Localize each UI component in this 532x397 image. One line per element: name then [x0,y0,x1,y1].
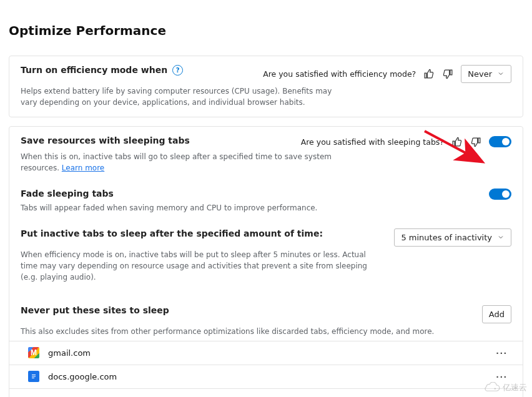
sleep-after-description: When efficiency mode is on, inactive tab… [21,249,374,283]
more-options-button[interactable]: ··· [492,347,511,359]
site-label: docs.google.com [48,372,117,381]
sleeping-tabs-title-text: Save resources with sleeping tabs [21,135,190,145]
gmail-icon: M [28,347,39,358]
watermark-text: 亿速云 [503,382,527,393]
sleep-after-title-text: Put inactive tabs to sleep after the spe… [21,228,323,238]
efficiency-description: Helps extend battery life by saving comp… [21,86,335,108]
thumbs-up-icon[interactable] [450,135,463,149]
sleep-after-value: 5 minutes of inactivity [401,233,492,242]
site-label: gmail.com [48,348,91,358]
chevron-down-icon [497,70,505,77]
svg-rect-1 [32,375,36,375]
efficiency-feedback-question: Are you satisfied with efficiency mode? [263,69,416,79]
info-icon[interactable]: ? [172,65,183,76]
fade-description: Tabs will appear faded when saving memor… [21,202,335,213]
google-docs-icon [28,371,39,382]
learn-more-link[interactable]: Learn more [62,164,104,172]
sleep-after-title: Put inactive tabs to sleep after the spe… [21,228,323,238]
efficiency-title-text: Turn on efficiency mode when [21,65,167,75]
sleeping-tabs-title: Save resources with sleeping tabs [21,135,190,145]
add-button[interactable]: Add [482,305,511,323]
thumbs-down-icon[interactable] [441,67,455,81]
sleeping-feedback-question: Are you satisfied with sleeping tabs? [301,137,444,147]
sleep-after-dropdown[interactable]: 5 minutes of inactivity [394,228,511,247]
never-sleep-title-text: Never put these sites to sleep [21,305,169,315]
never-sleep-description: This also excludes sites from other perf… [21,326,511,337]
fade-toggle[interactable] [489,189,511,200]
panel-efficiency: Turn on efficiency mode when ? Are you s… [9,56,523,117]
add-button-label: Add [489,310,505,319]
never-sleep-title: Never put these sites to sleep [21,305,169,315]
fade-title-text: Fade sleeping tabs [21,189,114,198]
svg-point-5 [495,388,496,390]
watermark: 亿速云 [483,382,527,393]
cloud-icon [483,382,500,393]
thumbs-up-icon[interactable] [422,67,435,81]
site-row: docs.google.com ··· [9,365,523,388]
panel-sleeping-tabs: Save resources with sleeping tabs Are yo… [9,126,523,397]
efficiency-title: Turn on efficiency mode when ? [21,65,183,76]
sleeping-tabs-toggle[interactable] [489,136,511,147]
more-options-button[interactable]: ··· [492,371,511,383]
page-title: Optimize Performance [0,8,532,47]
thumbs-down-icon[interactable] [470,135,483,149]
site-row: N nerdschalk.com ··· [9,388,523,397]
efficiency-mode-value: Never [468,69,492,79]
svg-rect-3 [32,378,34,378]
site-row: M gmail.com ··· [9,341,523,365]
nerdschalk-icon: N [28,395,39,397]
chevron-down-icon [497,233,505,241]
fade-title: Fade sleeping tabs [21,189,114,198]
more-options-button[interactable]: ··· [492,395,511,397]
sleeping-description: When this is on, inactive tabs will go t… [21,151,335,174]
svg-rect-2 [32,376,36,377]
efficiency-mode-dropdown[interactable]: Never [461,65,511,83]
